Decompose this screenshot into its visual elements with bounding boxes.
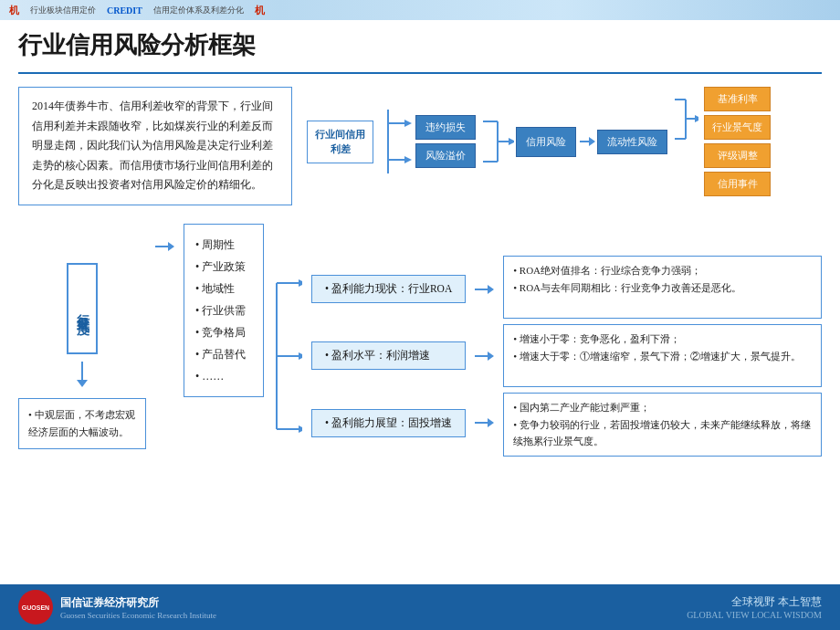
h-arrow1	[155, 215, 174, 498]
intro-text: 2014年债券牛市、信用利差收窄的背景下，行业间信用利差并未跟随收窄，比如煤炭行…	[32, 97, 278, 195]
factors-bracket-svg	[273, 256, 302, 457]
page-title: 行业信用风险分析框架	[18, 29, 822, 61]
liquidity-col: 流动性风险	[597, 87, 667, 196]
bracket3-svg	[673, 87, 698, 192]
bottom-note-box: • 中观层面，不考虑宏观经济层面的大幅波动。	[18, 398, 146, 448]
top-bar-text3: CREDIT	[107, 5, 142, 16]
risk-premium-box: 风险溢价	[415, 143, 476, 168]
top-bar-text1: 机	[9, 4, 19, 17]
industry-sentiment-box: 行业景气度	[704, 115, 771, 140]
down-arrow	[77, 362, 88, 387]
factors-box: • 周期性 • 产业政策 • 地域性 • 行业供需 • 竞争格局 • 产品替代 …	[184, 224, 264, 397]
intro-text-box: 2014年债券牛市、信用利差收窄的背景下，行业间信用利差并未跟随收窄，比如煤炭行…	[18, 87, 292, 205]
flow-col1: 违约损失 风险溢价	[415, 115, 476, 168]
profit-now-box: • 盈利能力现状：行业ROA	[311, 275, 466, 303]
footer: GUOSEN 国信证券经济研究所 Guosen Securities Econo…	[0, 584, 840, 630]
desc3-bullet2: • 竞争力较弱的行业，若固投增速仍较大，未来产能继续释放，将继续拖累行业景气度。	[513, 416, 812, 450]
desc-box-3: • 国内第二产业产能过剩严重； • 竞争力较弱的行业，若固投增速仍较大，未来产能…	[503, 393, 822, 457]
profit-outlook-box: • 盈利能力展望：固投增速	[311, 409, 466, 437]
top-section: 2014年债券牛市、信用利差收窄的背景下，行业间信用利差并未跟随收窄，比如煤炭行…	[18, 87, 822, 205]
svg-marker-14	[695, 115, 698, 122]
desc-box-1: • ROA绝对值排名：行业综合竞争力强弱； • ROA与去年同期相比：行业竞争力…	[503, 256, 822, 319]
arrow-row-1	[475, 285, 494, 294]
violation-box: 违约损失	[415, 115, 476, 140]
footer-logo-area: GUOSEN 国信证券经济研究所 Guosen Securities Econo…	[18, 590, 216, 625]
factor-2: • 产业政策	[195, 256, 252, 278]
credit-risk-box: 信用风险	[516, 127, 576, 157]
profit-level-box: • 盈利水平：利润增速	[311, 341, 466, 370]
factor-7: • ……	[195, 365, 252, 387]
bracket-center	[273, 215, 302, 498]
desc2-bullet2: • 增速大于零：①增速缩窄，景气下滑；②增速扩大，景气提升。	[513, 348, 812, 365]
desc1-bullet2: • ROA与去年同期相比：行业竞争力改善还是恶化。	[513, 279, 812, 297]
industry-atm-section: 行业景气度 • 中观层面，不考虑宏观经济层面的大幅波动。	[18, 215, 146, 498]
bracket-arrow-svg	[379, 105, 412, 178]
center-profit-boxes: • 盈利能力现状：行业ROA • 盈利水平：利润增速 • 盈利能力展望：固投增速	[311, 256, 466, 457]
main-content: 行业信用风险分析框架 2014年债券牛市、信用利差收窄的背景下，行业间信用利差并…	[0, 20, 840, 584]
company-name-en: Guosen Securities Economic Research Inst…	[60, 611, 216, 620]
factor-3: • 地域性	[195, 278, 252, 299]
svg-marker-24	[299, 425, 302, 433]
bottom-section: 行业景气度 • 中观层面，不考虑宏观经济层面的大幅波动。 • 周期性 • 产业政…	[18, 215, 822, 498]
top-bar-text4: 信用定价体系及利差分化	[153, 5, 244, 16]
big-arrow	[377, 105, 412, 178]
liquidity-box: 流动性风险	[597, 130, 667, 154]
svg-marker-23	[299, 352, 302, 360]
credit-event-box: 信用事件	[704, 172, 771, 196]
desc1-bullet1: • ROA绝对值排名：行业综合竞争力强弱；	[513, 262, 812, 279]
desc2-bullet1: • 增速小于零：竞争恶化，盈利下滑；	[513, 331, 812, 348]
top-bar-text5: 机	[255, 4, 265, 17]
desc3-bullet1: • 国内第二产业产能过剩严重；	[513, 399, 812, 416]
center-arrows	[475, 256, 494, 457]
arrow3	[580, 137, 595, 146]
desc-box-2: • 增速小于零：竞争恶化，盈利下滑； • 增速大于零：①增速缩窄，景气下滑；②增…	[503, 324, 822, 387]
svg-marker-3	[404, 120, 412, 127]
svg-marker-4	[404, 156, 412, 163]
factor-1: • 周期性	[195, 234, 252, 256]
factor-6: • 产品替代	[195, 343, 252, 365]
svg-marker-22	[299, 279, 302, 287]
flow-right-cols: 流动性风险 基准利率 行业景气度 评级调整	[597, 87, 771, 196]
bracket2-svg	[481, 110, 514, 173]
flow-row: 行业间信用利差	[307, 87, 822, 196]
factor-5: • 竞争格局	[195, 321, 252, 343]
title-divider	[18, 72, 822, 74]
arrow-row-2	[475, 352, 494, 361]
industry-atm-box: 行业景气度	[67, 263, 98, 354]
company-info: 国信证券经济研究所 Guosen Securities Economic Res…	[60, 595, 216, 620]
factor-4: • 行业供需	[195, 299, 252, 321]
company-name-cn: 国信证券经济研究所	[60, 595, 216, 611]
footer-slogan: 全球视野 本土智慧 GLOBAL VIEW LOCAL WISDOM	[687, 594, 822, 620]
logo-text: GUOSEN	[22, 604, 49, 611]
svg-marker-9	[509, 138, 514, 145]
flow-center-label: 行业间信用利差	[307, 121, 373, 163]
desc-boxes: • ROA绝对值排名：行业综合竞争力强弱； • ROA与去年同期相比：行业竞争力…	[503, 256, 822, 457]
flow-diagram: 行业间信用利差	[307, 87, 822, 205]
arrow-row-3	[475, 418, 494, 427]
slogan-en: GLOBAL VIEW LOCAL WISDOM	[687, 610, 822, 620]
benchmark-box: 基准利率	[704, 87, 771, 111]
top-bar-text2: 行业板块信用定价	[30, 5, 96, 16]
orange-boxes-col: 基准利率 行业景气度 评级调整 信用事件	[704, 87, 771, 196]
rating-adjust-box: 评级调整	[704, 143, 771, 168]
top-bar: 机 行业板块信用定价 CREDIT 信用定价体系及利差分化 机	[0, 0, 840, 20]
logo-circle: GUOSEN	[18, 590, 53, 625]
slogan-cn: 全球视野 本土智慧	[687, 594, 822, 610]
bottom-note-text: • 中观层面，不考虑宏观经济层面的大幅波动。	[28, 409, 135, 437]
